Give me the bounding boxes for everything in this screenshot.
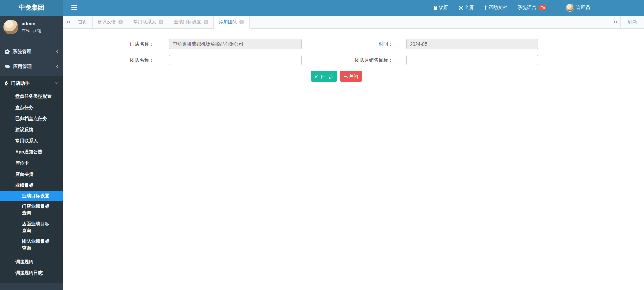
monthly-sales-target-label: 团队月销售目标： <box>302 57 406 63</box>
next-step-button[interactable]: ✔ 下一步 <box>311 71 337 82</box>
close-button[interactable]: 关闭 <box>340 71 362 82</box>
sidebar-item-store-order[interactable]: 店面要货 <box>0 169 63 180</box>
store-name-field[interactable] <box>169 39 302 49</box>
sidebar-divider <box>0 288 63 288</box>
team-name-field[interactable] <box>169 55 302 65</box>
sidebar: admin 在线 注销 系统管理 应用管理 门店助 <box>0 16 63 290</box>
tab-label: 常用联系人 <box>133 19 156 25</box>
lock-icon <box>433 6 437 10</box>
sidebar-item-label: 门店助手 <box>11 80 30 86</box>
system-language-button[interactable]: 系统语言 En <box>518 5 546 11</box>
sidebar-item-archived-inventory-task[interactable]: 已归档盘点任务 <box>0 113 63 124</box>
sidebar-item-shopfront-target-query[interactable]: 店面业绩目标查询 <box>0 219 63 236</box>
sidebar-item-team-target-query[interactable]: 团队业绩目标查询 <box>0 236 63 254</box>
refresh-tab-button[interactable]: 刷新 <box>620 16 644 28</box>
sidebar-menu: 系统管理 应用管理 门店助手 盘点任务类型配置 盘点任务 已归档盘点任务 建议反… <box>0 44 63 290</box>
header-navbar: 锁屏 全屏 帮助文档 系统语言 En 管理员 <box>63 0 644 16</box>
header-actions: 锁屏 全屏 帮助文档 系统语言 En 管理员 <box>433 4 644 12</box>
lock-screen-label: 锁屏 <box>439 5 448 11</box>
monthly-sales-target-field[interactable] <box>406 55 538 65</box>
folder-open-icon <box>5 64 10 69</box>
top-bar: 中兔集团 锁屏 全屏 帮助文档 系统语 <box>0 0 644 16</box>
tabs-scroll-left-button[interactable] <box>63 16 73 28</box>
time-label: 时间： <box>302 41 406 47</box>
help-docs-button[interactable]: 帮助文档 <box>484 5 508 11</box>
store-name-label: 门店名称： <box>63 41 169 47</box>
sidebar-item-system-mgmt[interactable]: 系统管理 <box>0 44 63 59</box>
sidebar-user-panel: admin 在线 注销 <box>0 16 63 39</box>
walking-person-icon <box>5 81 8 86</box>
user-role-label: 管理员 <box>576 5 590 11</box>
tab-performance-target-settings[interactable]: 业绩目标设置 × <box>169 16 214 28</box>
tab-close-icon[interactable]: × <box>239 20 244 24</box>
sidebar-item-store-target-query[interactable]: 门店业绩目标查询 <box>0 201 63 219</box>
fullscreen-label: 全屏 <box>465 5 474 11</box>
logout-link[interactable]: 注销 <box>33 28 41 34</box>
team-name-label: 团队名称： <box>63 57 169 63</box>
tab-label: 业绩目标设置 <box>174 19 201 25</box>
tabs-scroll-right-button[interactable] <box>611 16 620 28</box>
tab-close-icon[interactable]: × <box>159 20 163 24</box>
fullscreen-icon <box>459 6 463 10</box>
system-language-label: 系统语言 <box>518 5 537 11</box>
lock-screen-button[interactable]: 锁屏 <box>433 5 448 11</box>
chevron-left-icon <box>56 50 58 53</box>
help-docs-label: 帮助文档 <box>489 5 508 11</box>
gear-icon <box>5 49 10 54</box>
sidebar-toggle-icon[interactable] <box>71 5 77 10</box>
sidebar-item-app-notice[interactable]: App通知公告 <box>0 146 63 157</box>
app-logo: 中兔集团 <box>0 0 63 16</box>
tab-label: 建议反馈 <box>98 19 116 25</box>
tab-contacts[interactable]: 常用联系人 × <box>128 16 169 28</box>
chevron-down-icon <box>55 82 58 84</box>
sidebar-item-inventory-task-type[interactable]: 盘点任务类型配置 <box>0 91 63 102</box>
refresh-label: 刷新 <box>628 19 637 25</box>
double-chevron-right-icon <box>614 20 618 24</box>
tab-add-team[interactable]: 添加团队 × <box>214 16 250 29</box>
tab-bar: 首页 建议反馈 × 常用联系人 × 业绩目标设置 × 添加团队 × <box>63 16 644 29</box>
arrows-vertical-icon <box>484 5 487 10</box>
sidebar-item-contacts[interactable]: 常用联系人 <box>0 135 63 146</box>
sidebar-item-performance-target[interactable]: 业绩目标 <box>0 180 63 191</box>
sidebar-item-label: 应用管理 <box>13 64 32 70</box>
chevron-left-icon <box>56 65 58 68</box>
tab-close-icon[interactable]: × <box>118 20 123 24</box>
sidebar-item-label: 系统管理 <box>12 49 31 55</box>
sidebar-item-app-mgmt[interactable]: 应用管理 <box>0 59 63 74</box>
sidebar-item-location-card[interactable]: 库位卡 <box>0 157 63 169</box>
next-step-label: 下一步 <box>319 74 333 80</box>
tab-close-icon[interactable]: × <box>204 20 208 24</box>
time-field[interactable] <box>406 39 538 49</box>
language-badge: En <box>539 5 546 10</box>
sidebar-avatar <box>3 20 18 34</box>
sidebar-item-shop-assistant[interactable]: 门店助手 <box>0 76 63 91</box>
sidebar-item-inventory-task[interactable]: 盘点任务 <box>0 102 63 113</box>
tab-label: 添加团队 <box>219 19 237 25</box>
sidebar-item-transfer-fulfillment-log[interactable]: 调拨履约日志 <box>0 267 63 279</box>
add-team-form: 门店名称： 时间： 团队名称： 团队月销售目标： ✔ 下一步 关闭 <box>63 29 644 290</box>
sidebar-item-transfer-fulfillment[interactable]: 调拨履约 <box>0 256 63 267</box>
close-label: 关闭 <box>349 74 358 80</box>
check-icon: ✔ <box>315 74 318 79</box>
fullscreen-button[interactable]: 全屏 <box>459 5 474 11</box>
sidebar-item-feedback[interactable]: 建议反馈 <box>0 124 63 135</box>
online-status-label: 在线 <box>22 28 30 34</box>
sidebar-group-shop-assistant: 门店助手 盘点任务类型配置 盘点任务 已归档盘点任务 建议反馈 常用联系人 Ap… <box>0 76 63 283</box>
sidebar-item-performance-target-settings[interactable]: 业绩目标设置 <box>0 191 63 201</box>
reply-arrow-icon <box>344 75 348 78</box>
tab-label: 首页 <box>78 19 87 25</box>
sidebar-username: admin <box>22 21 41 26</box>
user-avatar <box>566 4 574 12</box>
tab-feedback[interactable]: 建议反馈 × <box>93 16 128 28</box>
tab-home[interactable]: 首页 <box>73 16 93 28</box>
user-menu-button[interactable]: 管理员 <box>566 4 590 12</box>
double-chevron-left-icon <box>66 20 70 24</box>
